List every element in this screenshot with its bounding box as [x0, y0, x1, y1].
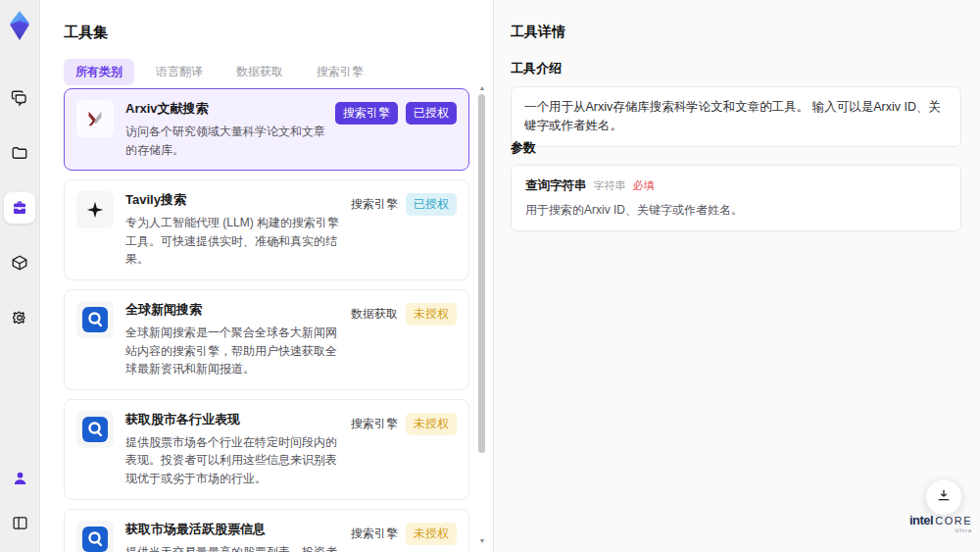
search-app-icon	[76, 521, 114, 552]
chat-icon	[11, 89, 28, 107]
sidebar-item-models[interactable]	[4, 247, 35, 278]
sidebar-item-settings[interactable]	[4, 302, 35, 333]
tool-category: 搜索引擎	[351, 196, 398, 213]
tool-card[interactable]: 获取市场最活跃股票信息 提供当天交易量最高的股票列表，投资者可以利用这些信息来识…	[64, 509, 469, 552]
tool-status-badge: 未授权	[406, 523, 457, 545]
arxiv-logo-icon	[76, 100, 114, 137]
toolset-panel: 工具集 所有类别语言翻译数据获取搜索引擎 Arxiv文献搜索 访问各个研究领域大…	[40, 0, 493, 552]
tool-description: 专为人工智能代理 (LLM) 构建的搜索引擎工具。可快速提供实时、准确和真实的结…	[125, 214, 343, 269]
tool-name: 获取市场最活跃股票信息	[125, 521, 343, 538]
tavily-star-icon	[76, 191, 114, 228]
folder-icon	[11, 144, 28, 162]
param-type: 字符串	[594, 178, 626, 193]
tab-category-3[interactable]: 搜索引擎	[305, 59, 375, 85]
user-icon	[12, 470, 28, 486]
intro-heading: 工具介绍	[511, 60, 562, 77]
tool-status-badge: 已授权	[406, 193, 457, 216]
tool-name: 获取股市各行业表现	[125, 411, 343, 428]
param-desc: 用于搜索的Arxiv ID、关键字或作者姓名。	[525, 202, 947, 219]
scrollbar-up-icon[interactable]: ▲	[477, 84, 487, 92]
scrollbar-down-icon[interactable]: ▼	[477, 537, 487, 545]
tool-category: 搜索引擎	[351, 416, 398, 432]
intel-core-logo: intel CORE Ultra	[907, 514, 972, 533]
intro-box: 一个用于从Arxiv存储库搜索科学论文和文章的工具。 输入可以是Arxiv ID…	[511, 86, 961, 147]
tool-description: 全球新闻搜索是一个聚合全球各大新闻网站内容的搜索引擎，帮助用户快速获取全球最新资…	[125, 324, 343, 378]
tab-category-0[interactable]: 所有类别	[64, 59, 134, 85]
sidebar-item-profile[interactable]	[4, 462, 35, 493]
category-tabs: 所有类别语言翻译数据获取搜索引擎	[64, 59, 375, 85]
search-app-icon	[76, 411, 114, 448]
core-wordmark: CORE	[935, 516, 972, 527]
intel-wordmark: intel	[909, 514, 933, 527]
tool-category: 搜索引擎	[335, 102, 398, 125]
sidebar-item-tools[interactable]	[4, 192, 35, 224]
tool-card[interactable]: 全球新闻搜索 全球新闻搜索是一个聚合全球各大新闻网站内容的搜索引擎，帮助用户快速…	[64, 289, 469, 390]
tool-card[interactable]: Tavily搜索 专为人工智能代理 (LLM) 构建的搜索引擎工具。可快速提供实…	[64, 179, 469, 280]
tool-status-badge: 已授权	[406, 102, 457, 125]
tool-list: Arxiv文献搜索 访问各个研究领域大量科学论文和文章的存储库。 搜索引擎 已授…	[64, 88, 469, 552]
panel-icon	[12, 515, 28, 531]
app-logo-icon	[5, 10, 34, 41]
tool-name: 全球新闻搜索	[125, 301, 343, 319]
tool-details-panel: 工具详情 工具介绍 一个用于从Arxiv存储库搜索科学论文和文章的工具。 输入可…	[493, 0, 980, 552]
tool-category: 数据获取	[351, 306, 398, 323]
cube-icon	[11, 254, 28, 272]
param-card: 查询字符串 字符串 必填 用于搜索的Arxiv ID、关键字或作者姓名。	[511, 165, 961, 231]
tool-status-badge: 未授权	[406, 413, 457, 435]
details-title: 工具详情	[511, 24, 565, 41]
sidebar-item-files[interactable]	[4, 137, 35, 169]
page-title: 工具集	[64, 24, 108, 42]
list-scrollbar[interactable]: ▲ ▼	[477, 84, 487, 545]
params-heading: 参数	[511, 139, 536, 157]
sidebar-nav	[4, 82, 35, 333]
tool-status-badge: 未授权	[406, 303, 457, 326]
sidebar-item-collapse[interactable]	[4, 507, 35, 538]
tool-name: Arxiv文献搜索	[125, 100, 327, 118]
param-name: 查询字符串	[525, 177, 587, 194]
tool-name: Tavily搜索	[125, 191, 343, 209]
download-icon	[936, 487, 952, 507]
tab-category-1[interactable]: 语言翻译	[144, 59, 215, 85]
param-required-badge: 必填	[633, 178, 655, 193]
gear-icon	[11, 309, 28, 326]
ultra-label: Ultra	[907, 527, 972, 533]
tool-card[interactable]: 获取股市各行业表现 提供股票市场各个行业在特定时间段内的表现。投资者可以利用这些…	[64, 399, 469, 500]
search-app-icon	[76, 301, 114, 338]
sidebar-bottom	[4, 462, 35, 538]
sidebar	[0, 0, 40, 552]
tool-description: 提供当天交易量最高的股票列表，投资者可以利用这些信息来识别流动性强的股票和潜在的…	[125, 543, 343, 552]
tab-category-2[interactable]: 数据获取	[224, 59, 295, 85]
sidebar-item-chat[interactable]	[4, 82, 35, 114]
download-button[interactable]	[925, 478, 962, 516]
briefcase-icon	[11, 199, 28, 217]
tool-description: 访问各个研究领域大量科学论文和文章的存储库。	[125, 123, 327, 159]
scrollbar-thumb[interactable]	[478, 94, 485, 453]
tool-category: 搜索引擎	[351, 526, 398, 542]
tool-description: 提供股票市场各个行业在特定时间段内的表现。投资者可以利用这些信息来识别表现优于或…	[125, 433, 343, 488]
tool-card[interactable]: Arxiv文献搜索 访问各个研究领域大量科学论文和文章的存储库。 搜索引擎 已授…	[64, 88, 469, 171]
